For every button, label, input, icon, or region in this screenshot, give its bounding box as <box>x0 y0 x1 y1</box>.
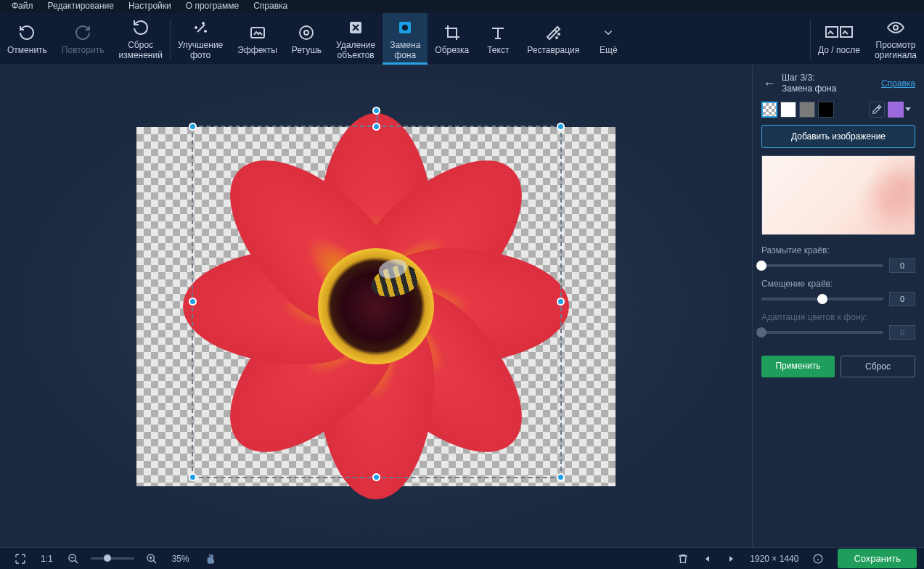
menu-help[interactable]: Справка <box>246 0 295 13</box>
reset-changes-button[interactable]: Сброс изменений <box>111 13 169 65</box>
canvas[interactable] <box>136 127 616 486</box>
adapt-value: 0 <box>889 325 915 340</box>
crop-button[interactable]: Обрезка <box>428 13 476 65</box>
handle-top-mid[interactable] <box>372 123 380 131</box>
handle-bot-mid[interactable] <box>372 473 380 481</box>
eyedropper-button[interactable] <box>869 102 885 118</box>
back-button[interactable]: ← <box>757 76 782 91</box>
color-picker[interactable] <box>888 102 915 118</box>
undo-label: Отменить <box>7 45 47 55</box>
blur-value[interactable]: 0 <box>889 258 915 273</box>
handle-mid-right[interactable] <box>557 298 565 306</box>
swatch-gray[interactable] <box>799 102 815 118</box>
reset-label: Сброс изменений <box>118 40 162 60</box>
zoom-slider[interactable] <box>91 557 134 560</box>
pan-button[interactable] <box>197 553 223 565</box>
handle-top-left[interactable] <box>189 123 197 131</box>
handle-mid-left[interactable] <box>189 298 197 306</box>
image-dimensions: 1920 × 1440 <box>743 554 806 564</box>
canvas-area[interactable] <box>0 65 752 547</box>
undo-button[interactable]: Отменить <box>0 13 54 65</box>
adapt-slider <box>761 331 883 334</box>
side-panel: ← Шаг 3/3: Замена фона Справка Добавить … <box>752 65 924 547</box>
crop-label: Обрезка <box>435 45 469 55</box>
view-original-label: Просмотр оригинала <box>875 40 917 60</box>
swatch-black[interactable] <box>818 102 834 118</box>
effects-button[interactable]: Эффекты <box>230 13 285 65</box>
blur-slider[interactable] <box>761 264 883 267</box>
actual-size-button[interactable]: 1:1 <box>33 554 60 564</box>
swatch-transparent[interactable] <box>761 102 777 118</box>
handle-bot-right[interactable] <box>557 473 565 481</box>
remove-objects-button[interactable]: Удаление объектов <box>329 13 383 65</box>
retouch-label: Ретушь <box>292 45 322 55</box>
replace-bg-label: Замена фона <box>390 40 420 60</box>
delete-button[interactable] <box>670 553 696 565</box>
handle-bot-left[interactable] <box>189 473 197 481</box>
menu-about[interactable]: О программе <box>179 0 246 13</box>
more-button[interactable]: Ещё <box>586 13 630 65</box>
restoration-label: Реставрация <box>527 45 579 55</box>
undo-icon <box>18 23 36 42</box>
redo-button[interactable]: Повторить <box>54 13 112 65</box>
svg-point-5 <box>402 25 408 30</box>
svg-point-6 <box>558 33 560 35</box>
reset-button[interactable]: Сброс <box>841 356 915 377</box>
background-thumbnail[interactable] <box>761 155 915 235</box>
replace-bg-icon <box>396 18 414 37</box>
remove-objects-label: Удаление объектов <box>336 40 375 60</box>
zoom-out-button[interactable] <box>60 553 86 565</box>
next-image-button[interactable] <box>719 554 743 563</box>
menu-file[interactable]: Файл <box>4 0 41 13</box>
shift-slider[interactable] <box>761 298 883 300</box>
view-original-button[interactable]: Просмотр оригинала <box>867 13 924 65</box>
zoom-level: 35% <box>165 554 197 564</box>
info-button[interactable] <box>806 554 830 564</box>
prev-image-button[interactable] <box>696 554 719 563</box>
add-image-button[interactable]: Добавить изображение <box>761 125 915 148</box>
enhance-label: Улучшение фото <box>178 40 223 60</box>
fullscreen-button[interactable] <box>7 553 33 565</box>
handle-top-right[interactable] <box>557 123 565 131</box>
selection-box[interactable] <box>192 126 562 478</box>
menu-settings[interactable]: Настройки <box>121 0 179 13</box>
swatch-white[interactable] <box>780 102 796 118</box>
more-label: Ещё <box>600 45 618 55</box>
blur-label: Размытие краёв: <box>761 245 915 255</box>
redo-label: Повторить <box>62 45 105 55</box>
eye-icon <box>887 18 904 37</box>
effects-icon <box>249 23 266 42</box>
save-button[interactable]: Сохранить <box>838 549 917 568</box>
zoom-in-button[interactable] <box>139 553 165 565</box>
chevron-down-icon <box>602 23 615 42</box>
text-label: Текст <box>487 45 509 55</box>
menu-bar: Файл Редактирование Настройки О программ… <box>0 0 924 13</box>
svg-point-2 <box>304 30 308 35</box>
before-after-button[interactable]: До / после <box>811 13 867 65</box>
help-link[interactable]: Справка <box>881 78 915 89</box>
shift-value[interactable]: 0 <box>889 292 915 306</box>
replace-background-button[interactable]: Замена фона <box>383 13 428 65</box>
reset-icon <box>132 18 150 37</box>
text-icon <box>489 23 507 42</box>
text-button[interactable]: Текст <box>476 13 520 65</box>
redo-icon <box>74 23 91 42</box>
restoration-icon <box>544 23 562 42</box>
before-after-label: До / после <box>818 45 860 55</box>
status-bar: 1:1 35% 1920 × 1440 Сохранить <box>0 547 924 569</box>
retouch-icon <box>298 23 315 42</box>
restoration-button[interactable]: Реставрация <box>520 13 586 65</box>
svg-point-7 <box>556 37 557 38</box>
apply-button[interactable]: Применить <box>761 356 835 377</box>
enhance-button[interactable]: Улучшение фото <box>171 13 230 65</box>
panel-title: Шаг 3/3: Замена фона <box>782 73 881 94</box>
rotate-handle[interactable] <box>372 107 380 115</box>
svg-point-1 <box>300 26 313 39</box>
enhance-icon <box>192 18 209 37</box>
eraser-icon <box>347 18 364 37</box>
retouch-button[interactable]: Ретушь <box>285 13 329 65</box>
toolbar: Отменить Повторить Сброс изменений Улучш… <box>0 13 924 65</box>
crop-icon <box>443 23 461 42</box>
menu-edit[interactable]: Редактирование <box>41 0 121 13</box>
adapt-label: Адаптация цветов к фону: <box>761 312 915 322</box>
